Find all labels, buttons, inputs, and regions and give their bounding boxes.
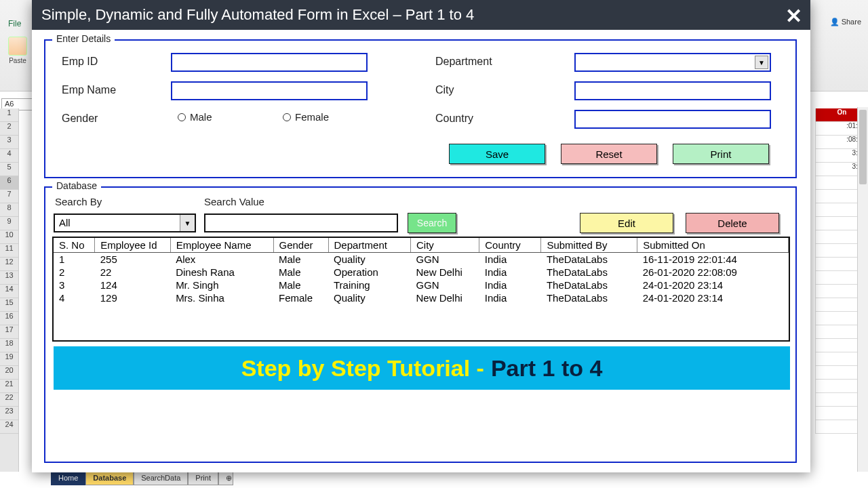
- gender-male-radio[interactable]: Male: [178, 111, 212, 123]
- ribbon-paste-button[interactable]: Paste: [4, 37, 31, 64]
- search-by-combo[interactable]: All ▼: [54, 214, 196, 232]
- share-button[interactable]: 👤 Share: [830, 18, 861, 26]
- sheet-tabs: Home Database SearchData Print ⊕: [51, 471, 233, 485]
- emp-name-input[interactable]: [171, 81, 368, 100]
- search-value-input[interactable]: [204, 214, 398, 232]
- chevron-down-icon: ▼: [755, 56, 768, 69]
- emp-id-input[interactable]: [171, 53, 368, 72]
- gender-label: Gender: [62, 113, 98, 125]
- vertical-scrollbar[interactable]: [857, 107, 868, 472]
- search-by-label: Search By: [55, 196, 102, 207]
- reset-button[interactable]: Reset: [561, 144, 657, 164]
- search-by-value: All: [59, 217, 71, 228]
- database-legend: Database: [52, 180, 101, 191]
- emp-name-label: Emp Name: [62, 84, 116, 96]
- emp-id-label: Emp ID: [62, 56, 98, 68]
- city-label: City: [435, 84, 454, 96]
- search-value-label: Search Value: [204, 196, 264, 207]
- sheet-tab-print[interactable]: Print: [188, 471, 218, 485]
- gender-female-radio[interactable]: Female: [283, 111, 329, 123]
- database-frame: Database Search By Search Value All ▼ Se…: [44, 186, 797, 463]
- paste-icon: [8, 37, 27, 56]
- enter-details-legend: Enter Details: [52, 33, 115, 44]
- close-icon[interactable]: ✕: [785, 4, 802, 28]
- chevron-down-icon: ▼: [180, 215, 195, 231]
- new-sheet-button[interactable]: ⊕: [218, 471, 233, 485]
- delete-button[interactable]: Delete: [686, 213, 779, 233]
- sheet-tab-database[interactable]: Database: [85, 471, 134, 485]
- table-row[interactable]: 4129Mrs. SinhaFemaleQualityNew DelhiIndi…: [54, 291, 789, 304]
- dialog-title: Simple, Dynamic and Fully Automated Form…: [41, 6, 474, 24]
- table-row[interactable]: 1255AlexMaleQualityGGNIndiaTheDataLabs16…: [54, 253, 789, 266]
- edit-button[interactable]: Edit: [580, 213, 673, 233]
- enter-details-frame: Enter Details Emp ID Emp Name Gender Mal…: [44, 39, 797, 178]
- save-button[interactable]: Save: [449, 144, 545, 164]
- tutorial-banner: Step by Step Tutorial - Part 1 to 4: [54, 346, 790, 390]
- country-label: Country: [435, 113, 473, 125]
- banner-text-a: Step by Step Tutorial -: [241, 355, 484, 382]
- dialog-titlebar: Simple, Dynamic and Fully Automated Form…: [32, 0, 810, 30]
- department-label: Department: [435, 56, 492, 68]
- userform-dialog: Simple, Dynamic and Fully Automated Form…: [32, 0, 810, 472]
- banner-text-b: Part 1 to 4: [491, 355, 602, 382]
- table-row[interactable]: 3124Mr. SinghMaleTrainingGGNIndiaTheData…: [54, 279, 789, 291]
- table-row[interactable]: 222Dinesh RanaMaleOperationNew DelhiIndi…: [54, 266, 789, 279]
- search-button[interactable]: Search: [408, 213, 456, 233]
- print-button[interactable]: Print: [673, 144, 769, 164]
- country-input[interactable]: [574, 110, 771, 129]
- department-combo[interactable]: ▼: [574, 53, 771, 72]
- sheet-tab-searchdata[interactable]: SearchData: [134, 471, 188, 485]
- data-listview[interactable]: S. NoEmployee IdEmployee NameGenderDepar…: [52, 237, 790, 342]
- city-input[interactable]: [574, 81, 771, 100]
- paste-label: Paste: [9, 57, 26, 64]
- row-headers: 123456789101112131415161718192021222324: [0, 108, 19, 472]
- sheet-tab-home[interactable]: Home: [51, 471, 85, 485]
- ribbon-file-tab[interactable]: File: [3, 16, 26, 31]
